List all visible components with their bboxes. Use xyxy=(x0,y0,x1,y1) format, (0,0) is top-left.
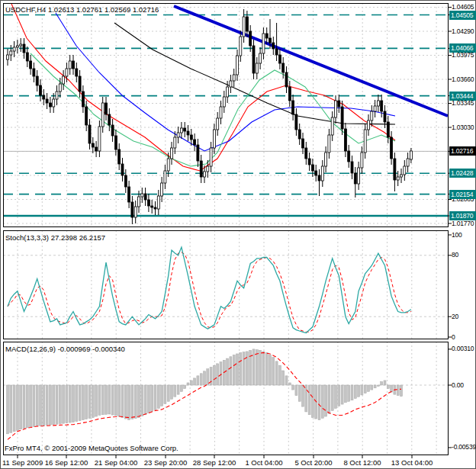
time-axis-label: 5 Oct 20:00 xyxy=(294,458,332,467)
main-price-panel[interactable] xyxy=(3,3,449,227)
footer-copyright: FxPro MT4, © 2001-2009 MetaQuotes Softwa… xyxy=(5,444,178,453)
level-price-label: 1.03444 xyxy=(449,92,476,101)
level-price-label: 1.01870 xyxy=(449,211,476,220)
time-axis-label: 13 Oct 04:00 xyxy=(391,458,433,467)
level-price-label: 1.02154 xyxy=(449,190,476,199)
macd-panel[interactable] xyxy=(3,342,449,455)
current-price-label: 1.02716 xyxy=(449,146,476,156)
price-axis-label: 1.01770 xyxy=(452,220,474,228)
macd-axis-label: 0.00310 xyxy=(452,345,474,353)
time-axis-label: 16 Sep 12:00 xyxy=(45,458,88,467)
level-price-label: 1.04066 xyxy=(449,43,476,53)
stoch-axis-label: 20 xyxy=(452,313,458,321)
price-axis-label: 1.03660 xyxy=(452,75,474,84)
time-axis-label: 28 Sep 12:00 xyxy=(193,458,236,467)
level-price-label: 1.02428 xyxy=(449,169,476,178)
price-axis-label: 1.03030 xyxy=(452,124,474,132)
mt4-chart-window: USDCHF,H4 1.02613 1.02761 1.02569 1.0271… xyxy=(0,0,476,469)
macd-axis-label: 0.00 xyxy=(452,381,464,390)
time-axis-label: 23 Sep 20:00 xyxy=(144,458,188,467)
time-axis-label: 21 Sep 04:00 xyxy=(95,458,138,467)
macd-label: MACD(12,26,9) -0.000969 -0.000340 xyxy=(5,345,125,354)
time-axis-label: 11 Sep 2009 xyxy=(2,458,43,467)
stoch-axis-label: 0 xyxy=(452,333,455,342)
level-price-label: 1.04505 xyxy=(449,11,476,20)
stochastic-panel[interactable] xyxy=(3,230,449,339)
stochastic-label: Stoch(13,3,3) 27.2398 26.2157 xyxy=(5,233,105,243)
symbol-title: USDCHF,H4 1.02613 1.02761 1.02569 1.0271… xyxy=(5,5,159,14)
macd-axis-label: -0.00539 xyxy=(452,443,476,451)
stoch-axis-label: 100 xyxy=(452,231,462,239)
stoch-axis-label: 80 xyxy=(452,251,458,259)
time-axis-label: 1 Oct 04:00 xyxy=(245,458,282,467)
price-axis-label: 1.03345 xyxy=(452,99,474,108)
time-axis-label: 8 Oct 12:00 xyxy=(343,458,381,467)
price-axis-label: 1.04290 xyxy=(452,27,474,36)
